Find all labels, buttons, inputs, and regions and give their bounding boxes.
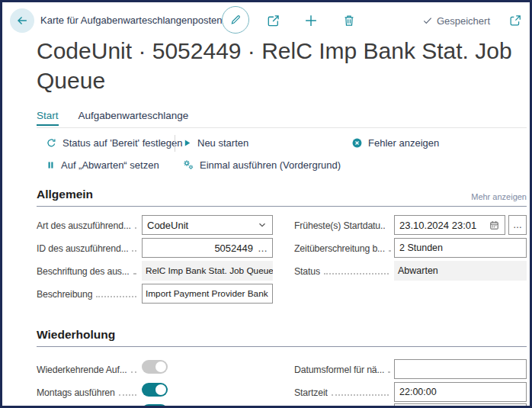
delete-button[interactable] — [341, 12, 357, 29]
back-button[interactable] — [10, 8, 34, 33]
earliest-start-input[interactable]: 23.10.2024 23:01 — [394, 215, 505, 235]
timeout-label: Zeitüberschreitung b... — [294, 242, 393, 254]
new-button[interactable] — [303, 12, 319, 29]
action-set-status-ready[interactable]: Status auf 'Bereit' festlegen — [46, 135, 182, 150]
tab-aufgabenwarteschlange[interactable]: Aufgabenwarteschlange — [79, 110, 189, 126]
dotted-leader — [332, 394, 389, 396]
run-mondays-label: Montags ausführen — [37, 386, 140, 398]
dotted-leader — [133, 273, 136, 275]
object-caption-label: Beschriftung des aus... — [37, 265, 140, 277]
dotted-leader — [96, 296, 136, 297]
action-show-error[interactable]: Fehler anzeigen — [351, 135, 439, 150]
open-new-window-icon — [508, 13, 523, 28]
tab-start[interactable]: Start — [37, 110, 59, 126]
page-title: CodeUnit · 5052449 · RelC Imp Bank Stat.… — [37, 36, 532, 95]
object-id-input[interactable]: 5052449 … — [142, 238, 273, 258]
clipped-bottom-input[interactable] — [394, 403, 527, 408]
object-type-dropdown[interactable]: CodeUnit — [142, 215, 273, 235]
section-wiederholung-title: Wiederholung — [37, 328, 115, 341]
action-restart[interactable]: Neu starten — [182, 135, 248, 150]
action-tab-bar: Start Aufgabenwarteschlange — [37, 110, 188, 126]
action-group-divider — [175, 135, 175, 152]
next-run-date-formula-label: Datumsformel für nä... — [294, 363, 393, 375]
saved-label: Gespeichert — [437, 15, 490, 27]
edit-button[interactable] — [222, 6, 249, 34]
status-ready-icon — [46, 137, 57, 149]
toggle-knob — [155, 361, 166, 372]
run-mondays-toggle[interactable] — [142, 383, 168, 397]
run-tuesdays-toggle[interactable] — [142, 404, 168, 408]
object-id-lookup-button[interactable]: … — [258, 243, 268, 254]
trash-icon — [341, 13, 357, 28]
recurring-toggle[interactable] — [142, 360, 168, 374]
gears-icon — [182, 159, 194, 171]
page-caption: Karte für Aufgabenwarteschlangenposten — [40, 14, 223, 26]
recurring-label: Wiederkehrende Auf... — [37, 363, 140, 375]
earliest-start-label: Früheste(s) Startdatu... — [294, 219, 393, 231]
dotted-leader — [388, 371, 389, 373]
toggle-knob — [155, 384, 166, 395]
earliest-start-assist-button[interactable]: … — [508, 215, 527, 235]
object-caption-value: RelC Imp Bank Stat. Job Queue — [142, 261, 273, 281]
action-run-once-foreground[interactable]: Einmal ausführen (Vordergrund) — [182, 157, 341, 172]
dotted-leader — [119, 394, 136, 396]
next-run-date-formula-input[interactable] — [394, 359, 527, 379]
share-icon — [265, 13, 281, 29]
status-label: Status — [294, 265, 393, 277]
open-new-window-button[interactable] — [507, 12, 524, 29]
object-type-label: Art des auszuführend... — [37, 219, 140, 231]
starting-time-input[interactable] — [394, 382, 527, 402]
show-more-link[interactable]: Mehr anzeigen — [471, 192, 527, 201]
chevron-down-icon — [257, 220, 268, 230]
back-arrow-icon — [14, 13, 30, 28]
dotted-leader — [131, 371, 136, 373]
starting-time-label: Startzeit — [294, 386, 393, 398]
section-allgemein-header: Allgemein Mehr anzeigen — [37, 188, 527, 207]
description-label: Beschreibung — [37, 288, 140, 300]
check-icon — [421, 14, 434, 27]
timeout-input[interactable] — [394, 238, 527, 258]
action-set-on-hold[interactable]: Auf „Abwarten“ setzen — [46, 157, 159, 172]
dotted-leader — [135, 227, 136, 229]
dotted-leader — [324, 273, 389, 275]
object-id-label: ID des auszuführend... — [37, 242, 140, 254]
share-button[interactable] — [264, 12, 281, 29]
plus-icon — [303, 12, 319, 29]
dotted-leader — [132, 250, 136, 252]
saved-status: Gespeichert — [421, 14, 490, 27]
error-circle-icon — [351, 137, 363, 149]
description-input[interactable] — [142, 284, 273, 304]
calendar-icon[interactable] — [489, 220, 500, 231]
pause-icon — [46, 160, 56, 170]
section-allgemein-title: Allgemein — [37, 188, 93, 201]
pencil-icon — [228, 12, 243, 27]
play-icon — [182, 138, 192, 148]
tab-bar-divider — [37, 127, 527, 128]
job-queue-entry-card-window: Karte für Aufgabenwarteschlangenposten — [0, 0, 532, 408]
section-wiederholung-header: Wiederholung — [37, 328, 527, 347]
status-value: Abwarten — [394, 261, 527, 281]
